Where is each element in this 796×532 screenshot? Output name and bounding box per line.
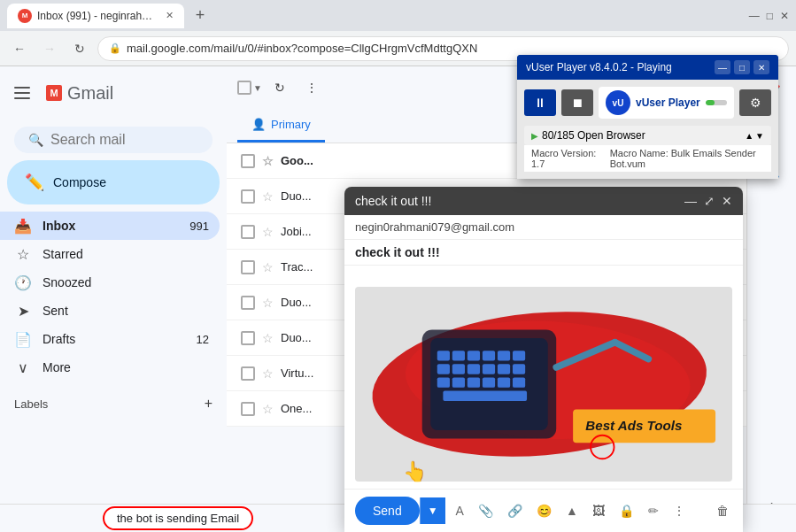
drafts-count: 12 <box>197 333 209 346</box>
labels-add-button[interactable]: + <box>205 396 213 412</box>
sidebar-item-sent[interactable]: ➤ Sent <box>0 297 220 325</box>
vuser-body: ⏸ ⏹ vU vUser Player ⚙ ▶ 80/185 Open Brow… <box>517 80 778 179</box>
insert-photo-icon[interactable]: 🖼 <box>589 500 608 521</box>
email-star-icon[interactable]: ☆ <box>262 154 274 168</box>
vuser-controls-row: ⏸ ⏹ vU vUser Player ⚙ <box>524 87 771 119</box>
email-star-icon[interactable]: ☆ <box>262 366 274 381</box>
signature-icon[interactable]: ✏ <box>645 500 662 521</box>
email-checkbox[interactable] <box>241 260 255 274</box>
send-options-button[interactable]: ▼ <box>420 497 445 524</box>
email-checkbox[interactable] <box>241 189 255 204</box>
vuser-scroll-down[interactable]: ▼ <box>755 131 764 141</box>
sent-icon: ➤ <box>14 303 32 320</box>
labels-section: Labels + <box>0 389 227 415</box>
search-input[interactable] <box>50 132 227 148</box>
compose-header-buttons: — ⤢ ✕ <box>684 194 732 208</box>
select-checkbox[interactable] <box>237 81 251 95</box>
primary-tab-label: Primary <box>271 118 311 131</box>
vuser-titlebar: vUser Player v8.4.0.2 - Playing — □ ✕ <box>517 55 778 80</box>
sidebar-item-snoozed[interactable]: 🕐 Snoozed <box>0 268 220 297</box>
url-text: mail.google.com/mail/u/0/#inbox?compose=… <box>127 42 477 55</box>
emoji-icon[interactable]: 😊 <box>533 500 555 521</box>
email-checkbox[interactable] <box>241 296 255 310</box>
svg-rect-12 <box>468 364 480 374</box>
compose-header-title: check it out !!! <box>355 194 431 208</box>
compose-minimize-button[interactable]: — <box>684 194 697 208</box>
vuser-player: vUser Player v8.4.0.2 - Playing — □ ✕ ⏸ … <box>517 55 778 179</box>
hamburger-menu[interactable] <box>14 81 39 105</box>
svg-rect-5 <box>452 351 465 360</box>
email-star-icon[interactable]: ☆ <box>262 296 274 310</box>
labels-title: Labels <box>14 397 48 411</box>
more-options-icon[interactable]: ⋮ <box>669 500 689 521</box>
new-tab-button[interactable]: + <box>188 4 213 28</box>
browser-titlebar: M Inbox (991) - neginrahmani1459 ✕ + — □… <box>0 0 796 31</box>
vuser-pause-button[interactable]: ⏸ <box>524 89 556 116</box>
email-star-icon[interactable]: ☆ <box>262 225 274 239</box>
email-checkbox[interactable] <box>241 402 255 416</box>
bot-status-text: the bot is sending Email <box>117 512 239 525</box>
refresh-button[interactable]: ↻ <box>67 36 92 61</box>
send-button[interactable]: Send <box>355 497 420 525</box>
format-text-icon[interactable]: A <box>452 500 468 521</box>
email-star-icon[interactable]: ☆ <box>262 189 274 204</box>
svg-rect-22 <box>443 391 527 401</box>
svg-rect-21 <box>513 377 525 387</box>
more-actions-button[interactable]: ⋮ <box>298 73 326 102</box>
tab-primary[interactable]: 👤 Primary <box>237 109 325 143</box>
inbox-icon: 📥 <box>14 218 32 235</box>
email-checkbox[interactable] <box>241 331 255 345</box>
compose-subject-text: check it out !!! <box>355 245 440 259</box>
compose-button[interactable]: ✏️ Compose <box>7 160 220 204</box>
select-dropdown-button[interactable]: ▼ <box>253 83 262 93</box>
drafts-icon: 📄 <box>14 331 32 348</box>
svg-rect-20 <box>498 377 510 387</box>
restore-icon[interactable]: □ <box>767 10 773 22</box>
sidebar-item-starred[interactable]: ☆ Starred <box>0 240 220 268</box>
email-star-icon[interactable]: ☆ <box>262 402 274 416</box>
compose-close-button[interactable]: ✕ <box>722 194 732 208</box>
svg-rect-9 <box>513 351 525 360</box>
email-checkbox[interactable] <box>241 154 255 168</box>
gmail-logo: M Gmail <box>46 83 113 104</box>
vuser-settings-button[interactable]: ⚙ <box>739 89 771 116</box>
svg-rect-14 <box>498 364 510 374</box>
vuser-stop-button[interactable]: ⏹ <box>561 89 593 116</box>
vuser-close-button[interactable]: ✕ <box>753 60 769 74</box>
snoozed-label: Snoozed <box>43 275 209 289</box>
sidebar-item-inbox[interactable]: 📥 Inbox 991 <box>0 212 220 240</box>
forward-button[interactable]: → <box>37 36 62 61</box>
sent-label: Sent <box>43 304 209 318</box>
compose-expand-button[interactable]: ⤢ <box>704 194 715 208</box>
close-icon[interactable]: ✕ <box>780 10 789 22</box>
vuser-scroll-up[interactable]: ▲ <box>745 131 753 141</box>
compose-image-area: Best Ads Tools <box>355 287 732 482</box>
browser-tab[interactable]: M Inbox (991) - neginrahmani1459 ✕ <box>7 4 184 28</box>
sidebar-item-more[interactable]: ∨ More <box>0 353 220 382</box>
back-button[interactable]: ← <box>7 36 32 61</box>
search-bar[interactable]: 🔍 <box>14 127 213 153</box>
svg-rect-7 <box>483 351 495 360</box>
vuser-maximize-button[interactable]: □ <box>734 60 750 74</box>
drive-icon[interactable]: ▲ <box>562 500 582 521</box>
attach-file-icon[interactable]: 📎 <box>475 500 497 521</box>
compose-to-field: negin0rahmani079@gmail.com <box>344 215 743 240</box>
compose-icon: ✏️ <box>25 173 44 192</box>
svg-rect-18 <box>468 377 480 387</box>
refresh-inbox-button[interactable]: ↻ <box>266 73 294 102</box>
email-checkbox[interactable] <box>241 366 255 381</box>
minimize-icon[interactable]: — <box>749 10 760 22</box>
lock-confidential-icon[interactable]: 🔒 <box>615 500 638 521</box>
email-checkbox[interactable] <box>241 225 255 239</box>
lock-icon: 🔒 <box>109 42 121 54</box>
delete-icon[interactable]: 🗑 <box>713 500 732 521</box>
insert-link-icon[interactable]: 🔗 <box>504 500 526 521</box>
tab-close-icon[interactable]: ✕ <box>166 10 174 21</box>
svg-rect-16 <box>437 377 450 387</box>
compose-body[interactable] <box>344 266 743 280</box>
sidebar-item-drafts[interactable]: 📄 Drafts 12 <box>0 325 220 353</box>
email-star-icon[interactable]: ☆ <box>262 260 274 274</box>
vuser-macro-name: Macro Name: Bulk Emails Sender Bot.vum <box>610 148 764 169</box>
vuser-minimize-button[interactable]: — <box>715 60 730 74</box>
email-star-icon[interactable]: ☆ <box>262 331 274 345</box>
